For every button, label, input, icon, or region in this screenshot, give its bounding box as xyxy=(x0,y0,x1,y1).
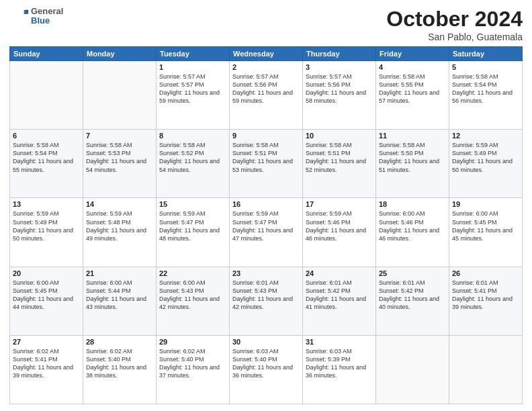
calendar-cell: 22Sunrise: 6:00 AMSunset: 5:43 PMDayligh… xyxy=(157,267,230,335)
day-number: 6 xyxy=(13,132,80,140)
col-header-friday: Friday xyxy=(376,47,449,61)
day-number: 17 xyxy=(306,200,373,208)
day-number: 13 xyxy=(13,200,80,208)
title-block: October 2024 San Pablo, Guatemala xyxy=(386,7,523,42)
calendar-cell: 5Sunrise: 5:58 AMSunset: 5:54 PMDaylight… xyxy=(449,61,523,130)
col-header-monday: Monday xyxy=(83,47,157,61)
day-info: Sunrise: 6:00 AMSunset: 5:46 PMDaylight:… xyxy=(379,210,446,242)
day-number: 26 xyxy=(452,269,519,277)
calendar-header-row: SundayMondayTuesdayWednesdayThursdayFrid… xyxy=(10,47,523,61)
calendar-cell: 30Sunrise: 6:03 AMSunset: 5:40 PMDayligh… xyxy=(230,335,303,404)
day-info: Sunrise: 6:01 AMSunset: 5:43 PMDaylight:… xyxy=(232,279,300,312)
day-info: Sunrise: 5:58 AMSunset: 5:53 PMDaylight:… xyxy=(86,141,153,174)
calendar-week-row: 6Sunrise: 5:58 AMSunset: 5:54 PMDaylight… xyxy=(10,130,523,198)
calendar-cell: 27Sunrise: 6:02 AMSunset: 5:41 PMDayligh… xyxy=(10,335,83,404)
day-number: 19 xyxy=(452,200,519,208)
calendar-cell: 20Sunrise: 6:00 AMSunset: 5:45 PMDayligh… xyxy=(10,267,83,335)
day-info: Sunrise: 6:03 AMSunset: 5:40 PMDaylight:… xyxy=(232,347,300,380)
calendar-cell: 2Sunrise: 5:57 AMSunset: 5:56 PMDaylight… xyxy=(230,61,303,130)
day-info: Sunrise: 6:00 AMSunset: 5:45 PMDaylight:… xyxy=(13,279,80,312)
day-info: Sunrise: 5:57 AMSunset: 5:56 PMDaylight:… xyxy=(306,73,373,105)
col-header-thursday: Thursday xyxy=(303,47,376,61)
calendar-week-row: 1Sunrise: 5:57 AMSunset: 5:57 PMDaylight… xyxy=(10,61,523,130)
col-header-sunday: Sunday xyxy=(10,47,83,61)
day-number: 14 xyxy=(86,200,153,208)
calendar-cell xyxy=(449,335,523,404)
day-info: Sunrise: 5:57 AMSunset: 5:57 PMDaylight:… xyxy=(159,73,226,105)
day-info: Sunrise: 5:59 AMSunset: 5:49 PMDaylight:… xyxy=(13,210,80,242)
calendar-cell: 9Sunrise: 5:58 AMSunset: 5:51 PMDaylight… xyxy=(230,130,303,198)
calendar-cell: 16Sunrise: 5:59 AMSunset: 5:47 PMDayligh… xyxy=(230,198,303,267)
day-number: 29 xyxy=(159,338,226,346)
day-info: Sunrise: 5:59 AMSunset: 5:47 PMDaylight:… xyxy=(232,210,300,242)
calendar-cell: 25Sunrise: 6:01 AMSunset: 5:42 PMDayligh… xyxy=(376,267,449,335)
day-number: 10 xyxy=(306,132,373,140)
day-info: Sunrise: 5:59 AMSunset: 5:47 PMDaylight:… xyxy=(159,210,226,242)
day-number: 27 xyxy=(13,338,80,346)
calendar-cell: 6Sunrise: 5:58 AMSunset: 5:54 PMDaylight… xyxy=(10,130,83,198)
day-number: 8 xyxy=(159,132,226,140)
calendar-cell: 19Sunrise: 6:00 AMSunset: 5:45 PMDayligh… xyxy=(449,198,523,267)
day-number: 28 xyxy=(86,338,153,346)
col-header-saturday: Saturday xyxy=(449,47,523,61)
calendar-week-row: 27Sunrise: 6:02 AMSunset: 5:41 PMDayligh… xyxy=(10,335,523,404)
day-number: 22 xyxy=(159,269,226,277)
day-number: 15 xyxy=(159,200,226,208)
calendar-cell: 10Sunrise: 5:58 AMSunset: 5:51 PMDayligh… xyxy=(303,130,376,198)
calendar-cell: 21Sunrise: 6:00 AMSunset: 5:44 PMDayligh… xyxy=(83,267,157,335)
day-number: 7 xyxy=(86,132,153,140)
day-number: 18 xyxy=(379,200,446,208)
logo-blue: Blue xyxy=(31,16,63,26)
col-header-tuesday: Tuesday xyxy=(157,47,230,61)
calendar-cell: 18Sunrise: 6:00 AMSunset: 5:46 PMDayligh… xyxy=(376,198,449,267)
calendar-cell: 15Sunrise: 5:59 AMSunset: 5:47 PMDayligh… xyxy=(157,198,230,267)
calendar-cell: 13Sunrise: 5:59 AMSunset: 5:49 PMDayligh… xyxy=(10,198,83,267)
day-number: 11 xyxy=(379,132,446,140)
day-info: Sunrise: 6:00 AMSunset: 5:45 PMDaylight:… xyxy=(452,210,519,242)
day-number: 21 xyxy=(86,269,153,277)
logo-general: General xyxy=(31,7,63,16)
day-number: 12 xyxy=(452,132,519,140)
day-info: Sunrise: 6:01 AMSunset: 5:42 PMDaylight:… xyxy=(379,279,446,312)
day-number: 24 xyxy=(306,269,373,277)
day-info: Sunrise: 6:00 AMSunset: 5:43 PMDaylight:… xyxy=(159,279,226,312)
day-number: 3 xyxy=(306,63,373,71)
day-number: 31 xyxy=(306,338,373,346)
day-info: Sunrise: 6:02 AMSunset: 5:40 PMDaylight:… xyxy=(159,347,226,380)
calendar-cell xyxy=(376,335,449,404)
day-info: Sunrise: 5:58 AMSunset: 5:52 PMDaylight:… xyxy=(159,141,226,174)
col-header-wednesday: Wednesday xyxy=(230,47,303,61)
calendar-cell: 28Sunrise: 6:02 AMSunset: 5:40 PMDayligh… xyxy=(83,335,157,404)
day-number: 9 xyxy=(232,132,300,140)
day-info: Sunrise: 5:58 AMSunset: 5:50 PMDaylight:… xyxy=(379,141,446,174)
calendar-cell: 29Sunrise: 6:02 AMSunset: 5:40 PMDayligh… xyxy=(157,335,230,404)
day-info: Sunrise: 6:03 AMSunset: 5:39 PMDaylight:… xyxy=(306,347,373,380)
calendar-week-row: 20Sunrise: 6:00 AMSunset: 5:45 PMDayligh… xyxy=(10,267,523,335)
calendar-cell: 31Sunrise: 6:03 AMSunset: 5:39 PMDayligh… xyxy=(303,335,376,404)
page: General Blue October 2024 San Pablo, Gua… xyxy=(0,0,532,411)
calendar-cell: 14Sunrise: 5:59 AMSunset: 5:48 PMDayligh… xyxy=(83,198,157,267)
calendar-cell: 17Sunrise: 5:59 AMSunset: 5:46 PMDayligh… xyxy=(303,198,376,267)
day-info: Sunrise: 5:59 AMSunset: 5:49 PMDaylight:… xyxy=(452,141,519,174)
day-number: 5 xyxy=(452,63,519,71)
day-number: 25 xyxy=(379,269,446,277)
day-info: Sunrise: 6:01 AMSunset: 5:41 PMDaylight:… xyxy=(452,279,519,312)
day-number: 1 xyxy=(159,63,226,71)
day-number: 2 xyxy=(232,63,300,71)
day-info: Sunrise: 6:02 AMSunset: 5:40 PMDaylight:… xyxy=(86,347,153,380)
day-info: Sunrise: 6:02 AMSunset: 5:41 PMDaylight:… xyxy=(13,347,80,380)
day-number: 20 xyxy=(13,269,80,277)
day-info: Sunrise: 5:58 AMSunset: 5:54 PMDaylight:… xyxy=(13,141,80,174)
header: General Blue October 2024 San Pablo, Gua… xyxy=(9,7,523,42)
day-info: Sunrise: 5:58 AMSunset: 5:54 PMDaylight:… xyxy=(452,73,519,105)
calendar-cell xyxy=(10,61,83,130)
calendar-cell: 24Sunrise: 6:01 AMSunset: 5:42 PMDayligh… xyxy=(303,267,376,335)
calendar-cell: 1Sunrise: 5:57 AMSunset: 5:57 PMDaylight… xyxy=(157,61,230,130)
day-info: Sunrise: 6:00 AMSunset: 5:44 PMDaylight:… xyxy=(86,279,153,312)
day-number: 4 xyxy=(379,63,446,71)
calendar-cell: 11Sunrise: 5:58 AMSunset: 5:50 PMDayligh… xyxy=(376,130,449,198)
day-number: 30 xyxy=(232,338,300,346)
logo-text: General Blue xyxy=(31,7,63,26)
day-info: Sunrise: 5:58 AMSunset: 5:51 PMDaylight:… xyxy=(306,141,373,174)
logo-icon xyxy=(9,7,28,26)
